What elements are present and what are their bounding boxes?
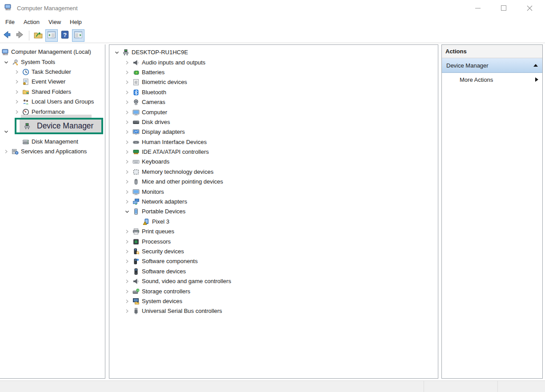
close-button[interactable] <box>517 0 542 16</box>
menu-file[interactable]: File <box>1 17 19 27</box>
tree-item-portable-devices[interactable]: Portable Devices <box>109 207 438 216</box>
show-console-tree-button[interactable] <box>45 29 58 42</box>
expander-expanded-icon[interactable] <box>1 59 11 66</box>
tree-item-display-adapters[interactable]: Display adapters <box>109 127 438 137</box>
maximize-button[interactable] <box>491 0 517 16</box>
expander-collapsed-icon[interactable] <box>122 258 132 265</box>
tree-item-desktop-ru1hc9e[interactable]: DESKTOP-RU1HC9E <box>109 48 438 57</box>
tree-item-software-devices[interactable]: Software devices <box>109 267 438 276</box>
expander-collapsed-icon[interactable] <box>122 198 132 205</box>
expander-collapsed-icon[interactable] <box>122 99 132 106</box>
expander-collapsed-icon[interactable] <box>122 188 132 196</box>
tree-item-core: Monitors <box>132 187 166 196</box>
tree-item-label: Biometric devices <box>142 79 187 86</box>
tree-item-batteries[interactable]: Batteries <box>109 68 438 77</box>
tree-item-core: Disk drives <box>132 117 172 127</box>
tree-item-core: Task Scheduler <box>22 67 73 77</box>
tree-item-security-devices[interactable]: Security devices <box>109 247 438 256</box>
tree-item-ide-ata-atapi-controllers[interactable]: IDE ATA/ATAPI controllers <box>109 147 438 157</box>
tree-item-bluetooth[interactable]: Bluetooth <box>109 88 438 97</box>
tree-item-task-scheduler[interactable]: Task Scheduler <box>0 67 105 77</box>
tree-item-software-components[interactable]: Software components <box>109 256 438 266</box>
help-button[interactable]: ? <box>59 29 71 42</box>
tree-item-cameras[interactable]: Cameras <box>109 97 438 107</box>
tree-item-event-viewer[interactable]: Event Viewer <box>0 77 105 87</box>
tree-item-computer[interactable]: Computer <box>109 107 438 117</box>
expander-collapsed-icon[interactable] <box>122 89 132 96</box>
tree-item-storage-controllers[interactable]: Storage controllers <box>109 286 438 296</box>
tree-item-pixel-3[interactable]: Pixel 3 <box>109 217 438 227</box>
expander-space <box>132 218 142 225</box>
tree-item-local-users-and-groups[interactable]: Local Users and Groups <box>0 97 105 107</box>
back-button[interactable] <box>0 29 13 42</box>
tree-item-label: Security devices <box>142 248 184 255</box>
expander-collapsed-icon[interactable] <box>122 228 132 235</box>
tree-item-core: Services and Applications <box>11 147 88 156</box>
actions-group-device-manager[interactable]: Device Manager <box>442 58 542 73</box>
expander-collapsed-icon[interactable] <box>122 148 132 156</box>
more-actions-item[interactable]: More Actions <box>442 73 542 86</box>
forward-button[interactable] <box>14 29 26 42</box>
expander-collapsed-icon[interactable] <box>12 78 22 85</box>
expander-collapsed-icon[interactable] <box>122 158 132 165</box>
expander-collapsed-icon[interactable] <box>12 108 22 116</box>
expander-collapsed-icon[interactable] <box>12 88 22 96</box>
tree-item-processors[interactable]: Processors <box>109 236 438 246</box>
expander-collapsed-icon[interactable] <box>122 168 132 176</box>
menu-view[interactable]: View <box>44 17 65 27</box>
expander-collapsed-icon[interactable] <box>122 79 132 86</box>
expander-collapsed-icon[interactable] <box>122 128 132 136</box>
tree-item-disk-drives[interactable]: Disk drives <box>109 117 438 127</box>
expander-collapsed-icon[interactable] <box>12 98 22 105</box>
expander-expanded-icon[interactable] <box>122 208 132 215</box>
submenu-arrow-icon <box>535 77 538 82</box>
back-icon <box>2 30 12 41</box>
expander-collapsed-icon[interactable] <box>122 248 132 255</box>
expander-collapsed-icon[interactable] <box>1 148 11 155</box>
folder-arrow-button[interactable] <box>32 29 44 42</box>
toolbar-separator <box>29 31 29 40</box>
tree-item-biometric-devices[interactable]: Biometric devices <box>109 77 438 87</box>
expander-collapsed-icon[interactable] <box>122 268 132 275</box>
tree-item-services-and-applications[interactable]: Services and Applications <box>0 147 105 156</box>
expander-expanded-icon[interactable] <box>112 49 122 56</box>
display-icon <box>132 128 140 136</box>
show-action-pane-button[interactable] <box>72 29 84 42</box>
tree-item-label: Display adapters <box>142 128 185 136</box>
expander-collapsed-icon[interactable] <box>12 68 22 76</box>
tree-item-system-tools[interactable]: System Tools <box>0 57 105 67</box>
tree-item-keyboards[interactable]: Keyboards <box>109 157 438 167</box>
menu-help[interactable]: Help <box>65 17 86 27</box>
expander-collapsed-icon[interactable] <box>122 288 132 295</box>
minimize-button[interactable] <box>465 0 491 16</box>
tree-item-mice-and-other-pointing-devices[interactable]: Mice and other pointing devices <box>109 177 438 187</box>
expander-collapsed-icon[interactable] <box>122 109 132 116</box>
collapse-group-icon[interactable] <box>533 64 538 67</box>
tree-item-monitors[interactable]: Monitors <box>109 187 438 196</box>
expander-collapsed-icon[interactable] <box>122 119 132 126</box>
expander-collapsed-icon[interactable] <box>122 308 132 315</box>
expander-collapsed-icon[interactable] <box>122 278 132 285</box>
expander-collapsed-icon[interactable] <box>122 298 132 305</box>
menu-action[interactable]: Action <box>19 17 44 27</box>
tree-item-print-queues[interactable]: Print queues <box>109 227 438 236</box>
tree-item-shared-folders[interactable]: Shared Folders <box>0 87 105 97</box>
expander-collapsed-icon[interactable] <box>122 69 132 76</box>
tree-item-sound-video-and-game-controllers[interactable]: Sound, video and game controllers <box>109 276 438 286</box>
tree-item-disk-management[interactable]: Disk Management <box>0 137 105 147</box>
tree-item-computer-management-local[interactable]: Computer Management (Local) <box>0 47 105 57</box>
tree-item-network-adapters[interactable]: Network adapters <box>109 197 438 207</box>
tree-item-label: Bluetooth <box>142 89 166 96</box>
expander-collapsed-icon[interactable] <box>122 178 132 185</box>
ide-icon <box>132 148 140 156</box>
expander-collapsed-icon[interactable] <box>122 59 132 66</box>
tree-item-system-devices[interactable]: System devices <box>109 296 438 306</box>
tree-item-universal-serial-bus-controllers[interactable]: Universal Serial Bus controllers <box>109 306 438 316</box>
tree-item-memory-technology-devices[interactable]: Memory technology devices <box>109 167 438 177</box>
tree-item-audio-inputs-and-outputs[interactable]: Audio inputs and outputs <box>109 57 438 67</box>
expander-expanded-icon[interactable] <box>1 128 11 135</box>
expander-collapsed-icon[interactable] <box>122 139 132 146</box>
tree-item-human-interface-devices[interactable]: Human Interface Devices <box>109 137 438 147</box>
services-icon <box>11 148 19 156</box>
expander-collapsed-icon[interactable] <box>122 238 132 245</box>
